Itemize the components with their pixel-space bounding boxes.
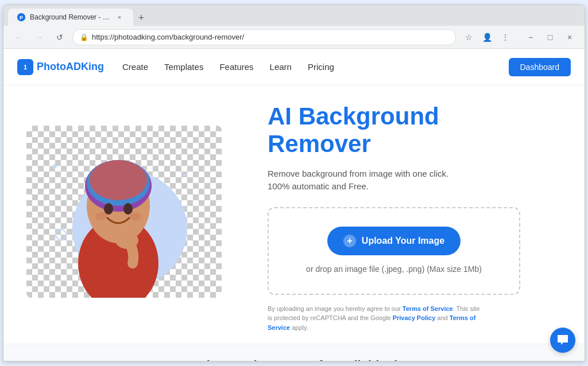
- svg-text:P: P: [20, 15, 23, 21]
- browser-toolbar-icons: ☆ 👤 ⋮: [461, 29, 513, 45]
- address-bar[interactable]: 🔒 https://photoadking.com/background-rem…: [72, 29, 456, 45]
- profile-icon[interactable]: 👤: [479, 29, 495, 45]
- refresh-button[interactable]: ↺: [52, 29, 68, 45]
- drop-text: or drop an image file (.jpeg, .png) (Max…: [283, 263, 505, 275]
- nav-pricing[interactable]: Pricing: [308, 62, 334, 72]
- logo-icon: 1: [17, 59, 33, 75]
- new-tab-button[interactable]: +: [133, 10, 149, 26]
- privacy-policy-link[interactable]: Privacy Policy: [393, 314, 436, 321]
- hero-image-area: ✦ ✦: [26, 126, 233, 309]
- forward-button[interactable]: →: [31, 29, 47, 45]
- hero-person-image: [44, 131, 193, 298]
- tab-favicon: P: [17, 13, 25, 21]
- hero-text-area: AI Background Remover Remove background …: [256, 103, 562, 332]
- tab-close-button[interactable]: ×: [115, 13, 124, 22]
- browser-tab[interactable]: P Background Remover - PhotoADKing ×: [8, 9, 133, 26]
- site-navigation: 1 PhotoADKing Create Templates Features …: [3, 49, 585, 85]
- close-window-button[interactable]: ×: [562, 29, 578, 45]
- svg-point-6: [90, 160, 147, 200]
- back-button[interactable]: ←: [10, 29, 26, 45]
- upload-button[interactable]: + Upload Your Image: [327, 227, 461, 255]
- minimize-button[interactable]: −: [523, 29, 539, 45]
- svg-point-9: [95, 212, 107, 220]
- hero-subtitle: Remove background from image with one cl…: [268, 168, 562, 193]
- maximize-button[interactable]: □: [542, 29, 558, 45]
- hero-image-container: ✦ ✦: [26, 126, 222, 298]
- svg-point-8: [123, 203, 133, 215]
- hero-section: ✦ ✦: [3, 85, 585, 344]
- terms-link-1[interactable]: Terms of Service: [403, 305, 453, 312]
- nav-links: Create Templates Features Learn Pricing: [122, 62, 509, 72]
- menu-icon[interactable]: ⋮: [497, 29, 513, 45]
- nav-features[interactable]: Features: [219, 62, 253, 72]
- ssl-lock-icon: 🔒: [80, 33, 88, 41]
- tab-bar: P Background Remover - PhotoADKing × +: [3, 5, 585, 26]
- tab-title: Background Remover - PhotoADKing: [30, 13, 110, 21]
- logo-text: PhotoADKing: [37, 61, 104, 73]
- nav-learn[interactable]: Learn: [270, 62, 292, 72]
- url-text: https://photoadking.com/background-remov…: [92, 33, 244, 41]
- hero-title: AI Background Remover: [268, 103, 562, 158]
- svg-point-10: [130, 212, 141, 220]
- nav-create[interactable]: Create: [122, 62, 148, 72]
- terms-text: By uploading an image you hereby agree t…: [268, 304, 486, 333]
- site-logo[interactable]: 1 PhotoADKing: [17, 59, 104, 75]
- bookmark-icon[interactable]: ☆: [461, 29, 477, 45]
- nav-templates[interactable]: Templates: [164, 62, 203, 72]
- footer-title: Background Remover for Individuals: [17, 358, 571, 361]
- plus-icon: +: [343, 235, 356, 247]
- upload-dropzone[interactable]: + Upload Your Image or drop an image fil…: [268, 207, 520, 295]
- svg-point-7: [104, 203, 113, 215]
- footer-section: Background Remover for Individuals: [3, 344, 585, 361]
- dashboard-button[interactable]: Dashboard: [509, 58, 571, 76]
- browser-toolbar: ← → ↺ 🔒 https://photoadking.com/backgrou…: [3, 26, 585, 49]
- chat-button[interactable]: [550, 328, 575, 353]
- website-content: 1 PhotoADKing Create Templates Features …: [3, 49, 585, 361]
